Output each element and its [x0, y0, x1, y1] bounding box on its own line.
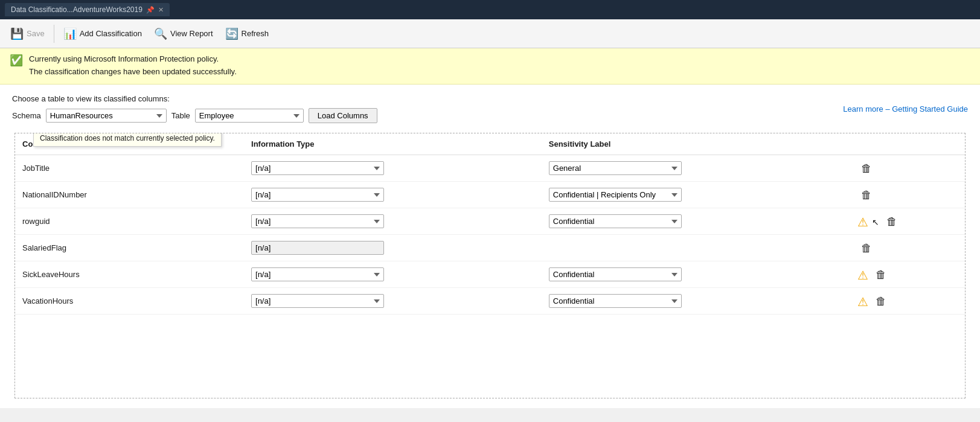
actions-cell: ⚠🗑 [850, 261, 965, 287]
sensitivity-label-header: Sensitivity Label [542, 133, 851, 155]
cursor-indicator: ↖ [872, 217, 879, 227]
schema-select[interactable]: HumanResources dbo Person Production Pur… [46, 109, 167, 123]
load-columns-button[interactable]: Load Columns [309, 108, 377, 123]
notification-bar: ✅ Currently using Microsoft Information … [0, 48, 980, 85]
table-select[interactable]: Employee Department Shift EmployeeDepart… [195, 109, 304, 123]
info-type-cell: [n/a]CredentialsCredit CardBankingFinanc… [244, 155, 542, 182]
actions-cell: 🗑 [850, 235, 965, 261]
view-report-button[interactable]: 🔍 View Report [149, 24, 219, 43]
close-icon[interactable]: ✕ [158, 6, 164, 14]
info-type-select[interactable]: [n/a]CredentialsCredit CardBankingFinanc… [251, 188, 384, 202]
column-name: SalariedFlag [15, 235, 244, 261]
schema-label: Schema [12, 111, 41, 120]
actions-header [850, 133, 965, 155]
table-label: Table [171, 111, 190, 120]
info-type-select[interactable]: [n/a]CredentialsCredit CardBankingFinanc… [251, 161, 384, 175]
save-button[interactable]: 💾 Save [5, 24, 50, 43]
warning-icon: ⚠ [857, 295, 868, 309]
sensitivity-cell: ConfidentialGeneralConfidential | Recipi… [542, 208, 851, 235]
title-tab: Data Classificatio...AdventureWorks2019 … [5, 3, 170, 16]
info-type-cell: [n/a]CredentialsCredit CardBankingFinanc… [244, 208, 542, 235]
info-type-cell: [n/a]CredentialsCredit CardBankingFinanc… [244, 261, 542, 288]
table-row: rowguid[n/a]CredentialsCredit CardBankin… [15, 208, 965, 235]
delete-button[interactable]: 🗑 [857, 241, 876, 256]
warning-icon: ⚠ [857, 215, 868, 229]
sensitivity-cell: ConfidentialGeneralConfidential | Recipi… [542, 288, 851, 315]
tab-title: Data Classificatio...AdventureWorks2019 [11, 5, 143, 14]
info-type-cell: [n/a]CredentialsCredit CardBankingFinanc… [244, 182, 542, 208]
toolbar: 💾 Save 📊 Add Classification 🔍 View Repor… [0, 19, 980, 48]
delete-button[interactable]: 🗑 [857, 161, 876, 176]
actions-cell: ⚠🗑 [850, 288, 965, 314]
table-row: SalariedFlag[n/a]CredentialsCredit CardB… [15, 235, 965, 261]
info-type-select[interactable]: [n/a]CredentialsCredit CardBankingFinanc… [251, 214, 384, 228]
add-classification-button[interactable]: 📊 Add Classification [58, 24, 147, 43]
actions-cell: 🗑 [850, 155, 965, 181]
sensitivity-select[interactable]: GeneralConfidentialConfidential | Recipi… [549, 161, 682, 175]
sensitivity-select[interactable]: ConfidentialGeneralConfidential | Recipi… [549, 214, 682, 228]
delete-button[interactable]: 🗑 [872, 267, 890, 283]
notification-line1: Currently using Microsoft Information Pr… [29, 53, 237, 66]
main-content: Choose a table to view its classified co… [0, 85, 980, 408]
filter-selects-line: Schema HumanResources dbo Person Product… [12, 108, 377, 123]
sensitivity-cell: Confidential | Recipients OnlyGeneralCon… [542, 182, 851, 208]
success-icon: ✅ [10, 54, 23, 67]
column-name: JobTitle [15, 155, 244, 182]
information-type-header: Information Type [244, 133, 542, 155]
data-table: Column Information Type Sensitivity Labe… [15, 133, 965, 315]
column-name: VacationHours [15, 288, 244, 315]
sensitivity-cell: GeneralConfidentialConfidential | Recipi… [542, 155, 851, 182]
view-report-icon: 🔍 [154, 27, 167, 40]
policy-mismatch-tooltip: Classification does not match currently … [33, 133, 222, 147]
column-name: rowguid [15, 208, 244, 235]
sensitivity-select[interactable]: ConfidentialGeneralConfidential | Recipi… [549, 267, 682, 281]
refresh-label: Refresh [242, 29, 269, 38]
learn-more-link[interactable]: Learn more – Getting Started Guide [843, 104, 968, 113]
data-table-container: Column Information Type Sensitivity Labe… [14, 133, 966, 398]
add-classification-icon: 📊 [63, 27, 77, 40]
column-name: NationalIDNumber [15, 182, 244, 208]
filter-prompt: Choose a table to view its classified co… [12, 94, 170, 103]
refresh-icon: 🔄 [225, 27, 239, 40]
sensitivity-cell: ConfidentialGeneralConfidential | Recipi… [542, 261, 851, 288]
filter-row-left: Choose a table to view its classified co… [12, 94, 377, 123]
add-classification-label: Add Classification [80, 29, 142, 38]
actions-cell: 🗑 [850, 182, 965, 208]
save-label: Save [27, 29, 45, 38]
sensitivity-select[interactable]: Confidential | Recipients OnlyGeneralCon… [549, 188, 682, 202]
notification-text: Currently using Microsoft Information Pr… [29, 53, 237, 78]
info-type-select[interactable]: [n/a]CredentialsCredit CardBankingFinanc… [251, 267, 384, 281]
table-row: JobTitle[n/a]CredentialsCredit CardBanki… [15, 155, 965, 182]
notification-line2: The classification changes have been upd… [29, 66, 237, 78]
info-type-cell: [n/a]CredentialsCredit CardBankingFinanc… [244, 235, 542, 261]
info-type-select[interactable]: [n/a]CredentialsCredit CardBankingFinanc… [251, 294, 384, 308]
info-type-select-salaried[interactable]: [n/a]CredentialsCredit CardBankingFinanc… [251, 241, 384, 255]
view-report-label: View Report [170, 29, 213, 38]
sensitivity-select[interactable]: ConfidentialGeneralConfidential | Recipi… [549, 294, 682, 308]
table-row: SickLeaveHours[n/a]CredentialsCredit Car… [15, 261, 965, 288]
refresh-button[interactable]: 🔄 Refresh [220, 24, 275, 43]
filter-row: Choose a table to view its classified co… [12, 94, 968, 123]
title-bar: Data Classificatio...AdventureWorks2019 … [0, 0, 980, 19]
delete-button[interactable]: 🗑 [872, 294, 890, 309]
save-icon: 💾 [10, 27, 24, 40]
toolbar-separator-1 [54, 25, 54, 43]
filter-prompt-line: Choose a table to view its classified co… [12, 94, 377, 103]
pin-icon[interactable]: 📌 [146, 6, 155, 14]
delete-button[interactable]: 🗑 [857, 188, 876, 203]
warning-icon: ⚠ [857, 268, 868, 283]
sensitivity-cell: Classification does not match currently … [542, 235, 851, 261]
delete-button[interactable]: 🗑 [883, 214, 901, 229]
actions-cell: ⚠↖🗑 [850, 208, 965, 234]
info-type-cell: [n/a]CredentialsCredit CardBankingFinanc… [244, 288, 542, 315]
table-row: VacationHours[n/a]CredentialsCredit Card… [15, 288, 965, 315]
table-row: NationalIDNumber[n/a]CredentialsCredit C… [15, 182, 965, 208]
column-name: SickLeaveHours [15, 261, 244, 288]
